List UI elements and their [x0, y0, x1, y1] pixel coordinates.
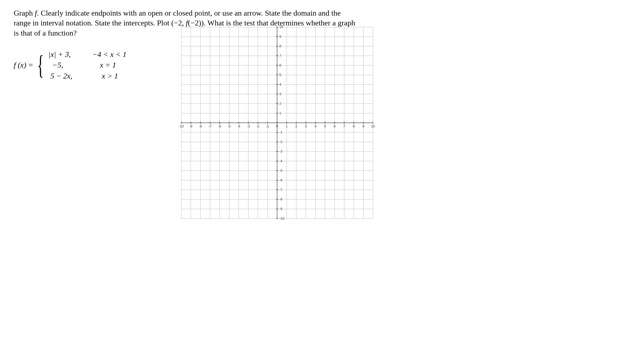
y-tick-label: 8: [279, 44, 281, 48]
y-tick-label: 3: [279, 92, 281, 96]
y-tick-label: -6: [279, 178, 283, 182]
case-3: 5 − 2x, x > 1: [48, 71, 127, 81]
x-tick-label: -1: [266, 124, 269, 128]
y-tick-label: 10: [279, 25, 283, 29]
x-tick-label: 0: [276, 124, 278, 128]
x-tick-label: 6: [334, 124, 335, 128]
grid-svg: -10-9-8-7-6-5-4-3-2-10123456789101234567…: [176, 22, 378, 224]
y-tick-label: -7: [279, 188, 283, 192]
x-tick-label: 7: [343, 124, 345, 128]
x-tick-label: -5: [228, 124, 231, 128]
y-tick-label: -5: [279, 168, 283, 173]
x-tick-label: -2: [256, 124, 260, 128]
y-tick-label: 5: [279, 73, 281, 77]
x-tick-label: -10: [179, 124, 184, 128]
x-tick-label: 1: [286, 124, 288, 128]
y-tick-label: -2: [279, 140, 283, 144]
coordinate-grid: -10-9-8-7-6-5-4-3-2-10123456789101234567…: [176, 22, 378, 226]
y-tick-label: -3: [279, 149, 283, 153]
x-tick-label: -3: [247, 124, 250, 128]
left-brace: {: [37, 58, 44, 72]
case-1-expression: |x| + 3,: [48, 49, 87, 60]
x-tick-label: 9: [362, 124, 364, 128]
y-tick-label: 9: [279, 34, 281, 39]
y-tick-label: -4: [279, 159, 283, 163]
x-tick-label: 3: [305, 124, 307, 128]
piecewise-function-definition: f (x) = { |x| + 3, −4 < x < 1 −5, x = 1 …: [14, 49, 127, 81]
case-3-condition: x > 1: [87, 71, 118, 81]
x-tick-label: -6: [218, 124, 221, 128]
case-1: |x| + 3, −4 < x < 1: [48, 49, 127, 60]
y-tick-label: 2: [279, 101, 281, 106]
x-tick-label: 2: [295, 124, 297, 128]
y-tick-label: 1: [279, 111, 281, 115]
y-tick-label: -9: [279, 207, 283, 211]
y-tick-label: -1: [279, 130, 283, 134]
x-tick-label: -8: [199, 124, 202, 128]
y-tick-label: -8: [279, 197, 283, 201]
x-tick-label: -4: [237, 124, 240, 128]
x-tick-label: 10: [371, 124, 375, 128]
x-tick-label: 5: [324, 124, 326, 128]
case-2-condition: x = 1: [87, 60, 116, 70]
y-tick-label: -10: [279, 216, 284, 220]
case-1-condition: −4 < x < 1: [87, 49, 127, 60]
case-2-expression: −5,: [48, 60, 87, 70]
case-3-expression: 5 − 2x,: [48, 71, 87, 81]
x-tick-label: -9: [189, 124, 192, 128]
y-tick-label: 4: [279, 82, 281, 86]
case-2: −5, x = 1: [48, 60, 127, 70]
x-tick-label: 8: [353, 124, 355, 128]
function-lhs: f (x) =: [14, 61, 33, 69]
y-tick-label: 7: [279, 54, 281, 58]
x-tick-label: -7: [208, 124, 212, 128]
y-tick-label: 6: [279, 63, 281, 67]
x-tick-label: 4: [314, 124, 316, 128]
